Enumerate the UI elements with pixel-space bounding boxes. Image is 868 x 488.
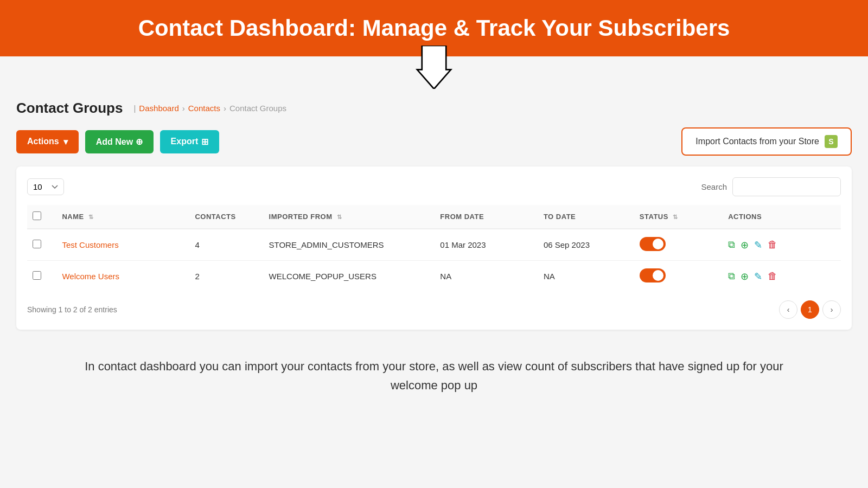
table-row: Test Customers 4 STORE_ADMIN_CUSTOMERS 0… bbox=[27, 229, 841, 261]
actions-button[interactable]: Actions ▾ bbox=[16, 130, 79, 153]
row-from-date-0: 01 Mar 2023 bbox=[435, 229, 538, 261]
delete-icon-0[interactable]: 🗑 bbox=[768, 239, 777, 251]
select-all-checkbox[interactable] bbox=[33, 211, 41, 220]
search-label: Search bbox=[701, 182, 727, 191]
actions-label: Actions bbox=[27, 137, 59, 146]
col-header-imported: IMPORTED FROM ⇅ bbox=[264, 205, 435, 229]
col-header-status: STATUS ⇅ bbox=[634, 205, 723, 229]
row-contacts-1: 2 bbox=[189, 261, 263, 292]
table-body: Test Customers 4 STORE_ADMIN_CUSTOMERS 0… bbox=[27, 229, 841, 292]
row-imported-0: STORE_ADMIN_CUSTOMERS bbox=[264, 229, 435, 261]
page-1-button[interactable]: 1 bbox=[801, 300, 819, 319]
search-input[interactable] bbox=[732, 177, 841, 196]
chevron-down-icon: ▾ bbox=[63, 137, 68, 147]
action-icons-1: ⧉ ⊕ ✎ 🗑 bbox=[728, 271, 835, 282]
next-page-button[interactable]: › bbox=[822, 300, 841, 319]
export-button[interactable]: Export ⊞ bbox=[160, 130, 220, 153]
sort-status-icon[interactable]: ⇅ bbox=[673, 214, 678, 220]
import-label: Import Contacts from your Store bbox=[695, 137, 819, 146]
page-title: Contact Groups bbox=[16, 100, 123, 117]
breadcrumb: | Dashboard › Contacts › Contact Groups bbox=[133, 104, 286, 113]
breadcrumb-contacts[interactable]: Contacts bbox=[188, 104, 220, 113]
header-title: Contact Dashboard: Manage & Track Your S… bbox=[11, 15, 857, 41]
toolbar: Actions ▾ Add New ⊕ Export ⊞ Import Cont… bbox=[16, 127, 852, 156]
col-header-name: NAME ⇅ bbox=[56, 205, 189, 229]
toggle-slider-1 bbox=[640, 268, 666, 282]
action-icons-0: ⧉ ⊕ ✎ 🗑 bbox=[728, 239, 835, 251]
copy-icon-1[interactable]: ⧉ bbox=[728, 271, 735, 282]
down-arrow-icon bbox=[415, 46, 453, 89]
edit-icon-0[interactable]: ✎ bbox=[754, 239, 762, 251]
edit-icon-1[interactable]: ✎ bbox=[754, 271, 762, 282]
showing-text: Showing 1 to 2 of 2 entries bbox=[27, 305, 117, 314]
row-name-link-0[interactable]: Test Customers bbox=[62, 240, 118, 249]
status-toggle-0[interactable] bbox=[640, 237, 666, 251]
search-area: Search bbox=[701, 177, 841, 196]
page-header: Contact Groups | Dashboard › Contacts › … bbox=[16, 100, 852, 117]
prev-page-button[interactable]: ‹ bbox=[779, 300, 797, 319]
col-header-from-date: FROM DATE bbox=[435, 205, 538, 229]
row-checkbox-cell bbox=[27, 229, 56, 261]
separator: | bbox=[133, 104, 136, 113]
description-text: In contact dashboard you can import your… bbox=[16, 346, 852, 406]
row-checkbox-cell bbox=[27, 261, 56, 292]
add-icon-1[interactable]: ⊕ bbox=[741, 271, 749, 282]
row-actions-0: ⧉ ⊕ ✎ 🗑 bbox=[723, 229, 841, 261]
row-checkbox-0[interactable] bbox=[33, 240, 41, 248]
per-page-dropdown[interactable]: 10 25 50 100 bbox=[27, 178, 64, 195]
status-toggle-1[interactable] bbox=[640, 268, 666, 282]
sort-imported-icon[interactable]: ⇅ bbox=[337, 214, 342, 220]
add-icon-0[interactable]: ⊕ bbox=[741, 239, 749, 251]
table-row: Welcome Users 2 WELCOME_POPUP_USERS NA N… bbox=[27, 261, 841, 292]
row-name-0: Test Customers bbox=[56, 229, 189, 261]
export-label: Export bbox=[171, 137, 199, 146]
row-name-1: Welcome Users bbox=[56, 261, 189, 292]
toggle-slider-0 bbox=[640, 237, 666, 251]
table-header-row: NAME ⇅ CONTACTS IMPORTED FROM ⇅ FROM DAT… bbox=[27, 205, 841, 229]
table-card: 10 25 50 100 Search NAME ⇅ bbox=[16, 166, 852, 330]
per-page-select: 10 25 50 100 bbox=[27, 178, 64, 195]
delete-icon-1[interactable]: 🗑 bbox=[768, 271, 777, 282]
table-controls: 10 25 50 100 Search bbox=[27, 177, 841, 196]
data-table: NAME ⇅ CONTACTS IMPORTED FROM ⇅ FROM DAT… bbox=[27, 205, 841, 292]
chevron-1: › bbox=[182, 104, 185, 113]
row-to-date-0: 06 Sep 2023 bbox=[538, 229, 634, 261]
row-imported-1: WELCOME_POPUP_USERS bbox=[264, 261, 435, 292]
row-status-0 bbox=[634, 229, 723, 261]
import-contacts-button[interactable]: Import Contacts from your Store S bbox=[681, 127, 852, 156]
col-header-to-date: TO DATE bbox=[538, 205, 634, 229]
copy-icon-0[interactable]: ⧉ bbox=[728, 239, 735, 251]
row-status-1 bbox=[634, 261, 723, 292]
svg-marker-0 bbox=[417, 46, 451, 89]
main-content: Contact Groups | Dashboard › Contacts › … bbox=[0, 89, 868, 416]
row-from-date-1: NA bbox=[435, 261, 538, 292]
pagination: ‹ 1 › bbox=[779, 300, 841, 319]
export-icon: ⊞ bbox=[201, 137, 208, 147]
header-checkbox-cell bbox=[27, 205, 56, 229]
row-name-link-1[interactable]: Welcome Users bbox=[62, 272, 119, 281]
breadcrumb-dashboard[interactable]: Dashboard bbox=[139, 104, 178, 113]
row-to-date-1: NA bbox=[538, 261, 634, 292]
row-checkbox-1[interactable] bbox=[33, 271, 41, 280]
col-header-actions: ACTIONS bbox=[723, 205, 841, 229]
chevron-2: › bbox=[224, 104, 226, 113]
row-contacts-0: 4 bbox=[189, 229, 263, 261]
shopify-icon: S bbox=[825, 135, 838, 148]
add-new-label: Add New ⊕ bbox=[96, 137, 143, 147]
col-header-contacts: CONTACTS bbox=[189, 205, 263, 229]
add-new-button[interactable]: Add New ⊕ bbox=[85, 130, 154, 153]
breadcrumb-current: Contact Groups bbox=[229, 104, 286, 113]
table-footer: Showing 1 to 2 of 2 entries ‹ 1 › bbox=[27, 300, 841, 319]
arrow-container bbox=[0, 46, 868, 89]
row-actions-1: ⧉ ⊕ ✎ 🗑 bbox=[723, 261, 841, 292]
sort-name-icon[interactable]: ⇅ bbox=[88, 214, 94, 220]
